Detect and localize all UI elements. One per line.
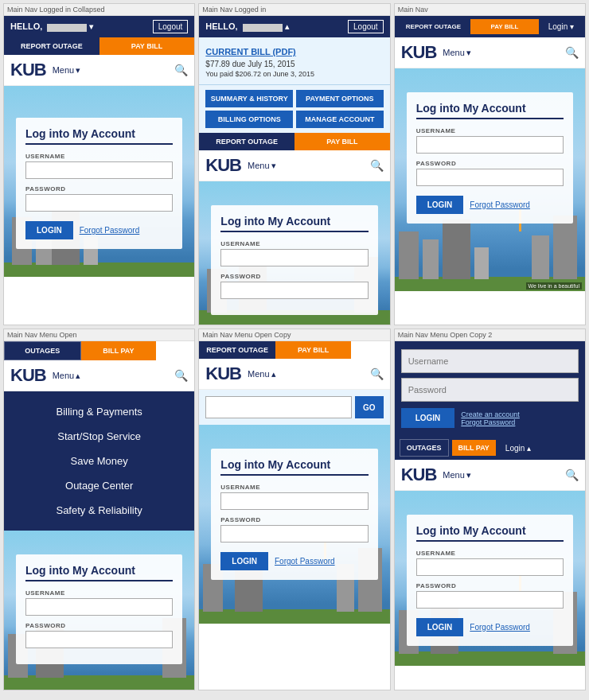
cell-3-login-card: Log into My Account USERNAME PASSWORD LO… — [407, 92, 573, 224]
login-button-dark-6[interactable]: LOGIN — [401, 408, 455, 428]
outages-button-4[interactable]: OUTAGES — [4, 341, 81, 360]
forgot-password-link-6[interactable]: Forgot Password — [470, 623, 530, 632]
password-input-dark-6[interactable] — [401, 378, 579, 402]
search-icon-button-6[interactable]: 🔍 — [565, 469, 579, 481]
password-input-3[interactable] — [416, 169, 564, 186]
login-actions-1: LOGIN Forgot Password — [25, 221, 173, 239]
login-button-1[interactable]: LOGIN — [25, 221, 73, 239]
password-input-6[interactable] — [416, 591, 564, 609]
building-3-5 — [553, 216, 577, 279]
password-input-5[interactable] — [220, 525, 368, 542]
login-nav-button-6[interactable]: Login ▴ — [499, 441, 537, 456]
cell-5: Main Nav Menu Open Copy REPORT OUTAGE PA… — [198, 329, 390, 690]
pay-bill-button-1[interactable]: PAY BILL — [99, 37, 195, 55]
cell-5-search-bar: GO — [199, 390, 389, 425]
search-icon-button-2[interactable]: 🔍 — [370, 159, 384, 172]
login-button-6[interactable]: LOGIN — [416, 618, 464, 636]
report-outage-button-2[interactable]: REPORT OUTAGE — [199, 133, 294, 150]
report-outage-button-5[interactable]: REPORT OUTAGE — [199, 341, 275, 359]
bill-pay-button-6[interactable]: BILL PAY — [452, 440, 496, 456]
cell-6-action-bar: OUTAGES BILL PAY Login ▴ — [395, 436, 585, 460]
username-input-2[interactable] — [220, 249, 368, 266]
cell-4: Main Nav Menu Open OUTAGES BILL PAY Logi… — [3, 329, 195, 690]
password-input-2[interactable] — [220, 282, 368, 299]
payment-options-button[interactable]: PAYMENT OPTIONS — [296, 90, 384, 107]
current-bill-link[interactable]: CURRENT BILL (PDF) — [205, 47, 295, 56]
pay-bill-button-3[interactable]: PAY BILL — [470, 19, 539, 34]
cell-1-kub-bar: KUB Menu ▾ 🔍 — [4, 55, 194, 86]
cell-2-action-bar: REPORT OUTAGE PAY BILL — [199, 133, 389, 150]
menu-button-2[interactable]: Menu ▾ — [248, 161, 276, 171]
cell-2-skyline: Log into My Account USERNAME PASSWORD — [199, 181, 389, 325]
cell-4-login-card: Log into My Account USERNAME PASSWORD — [16, 554, 182, 664]
username-input-dark-6[interactable] — [401, 349, 579, 373]
password-label-1: PASSWORD — [25, 185, 173, 192]
go-button-5[interactable]: GO — [355, 396, 384, 418]
menu-item-outage[interactable]: Outage Center — [4, 473, 194, 498]
login-nav-button-5[interactable]: Login ▾ — [351, 341, 389, 359]
login-button-nav-3[interactable]: Login ▾ — [542, 19, 580, 34]
cell-2-btn-grid: SUMMARY & HISTORY PAYMENT OPTIONS BILLIN… — [199, 85, 389, 133]
login-title-5: Log into My Account — [220, 458, 368, 476]
bill-pay-button-4[interactable]: BILL PAY — [81, 341, 157, 360]
menu-button-3[interactable]: Menu ▾ — [443, 48, 471, 58]
menu-item-service[interactable]: Start/Stop Service — [4, 424, 194, 449]
forgot-password-link-1[interactable]: Forgot Password — [80, 226, 140, 235]
menu-item-safety[interactable]: Safety & Reliability — [4, 498, 194, 523]
search-input-5[interactable] — [205, 396, 352, 418]
login-button-3[interactable]: LOGIN — [416, 196, 464, 214]
cell-4-skyline: Log into My Account USERNAME PASSWORD — [4, 531, 194, 690]
report-outage-button-1[interactable]: REPORT OUTAGE — [4, 37, 99, 55]
username-input-4[interactable] — [25, 598, 173, 616]
cell-1-login-card: Log into My Account USERNAME PASSWORD LO… — [16, 118, 182, 249]
outages-button-6[interactable]: OUTAGES — [400, 439, 449, 457]
cell-1: Main Nav Logged in Collapsed HELLO, ▾ Lo… — [3, 3, 195, 325]
password-label-4: PASSWORD — [25, 622, 173, 629]
cell-6-label: Main Nav Menu Open Copy 2 — [395, 329, 585, 341]
login-nav-button-4[interactable]: Login ▾ — [156, 341, 194, 360]
cell-4-label: Main Nav Menu Open — [4, 329, 194, 341]
menu-button-4[interactable]: Menu ▴ — [53, 371, 81, 381]
building-3-4 — [474, 247, 489, 279]
forgot-password-link-5[interactable]: Forgot Password — [275, 557, 335, 566]
cell-2-login-card: Log into My Account USERNAME PASSWORD — [211, 205, 377, 315]
manage-account-button[interactable]: MANAGE ACCOUNT — [296, 111, 384, 128]
menu-item-billing[interactable]: Billing & Payments — [4, 399, 194, 424]
forgot-password-link-3[interactable]: Forgot Password — [470, 200, 530, 209]
search-icon-button-1[interactable]: 🔍 — [174, 64, 188, 76]
username-input-5[interactable] — [220, 492, 368, 510]
search-icon-button-4[interactable]: 🔍 — [174, 369, 188, 382]
logout-button-2[interactable]: Logout — [348, 20, 384, 33]
logout-button-1[interactable]: Logout — [153, 20, 189, 33]
forgot-password-dark-link-6[interactable]: Forgot Password — [461, 418, 520, 426]
search-icon-button-3[interactable]: 🔍 — [565, 46, 579, 59]
report-outage-button-3[interactable]: REPORT OUTAGE — [400, 19, 468, 34]
search-icon-button-5[interactable]: 🔍 — [370, 368, 384, 380]
password-input-4[interactable] — [25, 631, 173, 648]
pay-bill-button-5[interactable]: PAY BILL — [275, 341, 352, 359]
menu-button-5[interactable]: Menu ▴ — [248, 369, 276, 379]
cell-4-action-bar: OUTAGES BILL PAY Login ▾ — [4, 341, 194, 360]
kub-logo-6: KUB — [401, 465, 437, 485]
login-actions-5: LOGIN Forgot Password — [220, 552, 368, 570]
menu-button-6[interactable]: Menu ▾ — [443, 470, 471, 480]
summary-history-button[interactable]: SUMMARY & HISTORY — [205, 90, 293, 107]
menu-button-1[interactable]: Menu ▾ — [53, 65, 81, 76]
menu-item-save[interactable]: Save Money — [4, 449, 194, 473]
username-input-1[interactable] — [25, 161, 173, 179]
cell-4-menu-panel: Billing & Payments Start/Stop Service Sa… — [4, 391, 194, 531]
cell-6-dark-section: LOGIN Create an account Forgot Password — [395, 341, 585, 436]
pay-bill-button-2[interactable]: PAY BILL — [294, 133, 390, 150]
username-input-3[interactable] — [416, 136, 564, 154]
username-label-6: USERNAME — [416, 550, 564, 557]
cell-3-label: Main Nav — [395, 4, 585, 16]
cell-2-kub-bar: KUB Menu ▾ 🔍 — [199, 150, 389, 181]
create-account-link-6[interactable]: Create an account — [461, 410, 520, 418]
login-button-5[interactable]: LOGIN — [220, 552, 268, 570]
cell-1-hello-bar: HELLO, ▾ Logout — [4, 16, 194, 37]
main-grid: Main Nav Logged in Collapsed HELLO, ▾ Lo… — [0, 0, 589, 694]
username-input-6[interactable] — [416, 558, 564, 576]
password-input-1[interactable] — [25, 194, 173, 212]
billing-options-button[interactable]: BILLING OPTIONS — [205, 111, 293, 128]
cell-5-label: Main Nav Menu Open Copy — [199, 329, 389, 341]
